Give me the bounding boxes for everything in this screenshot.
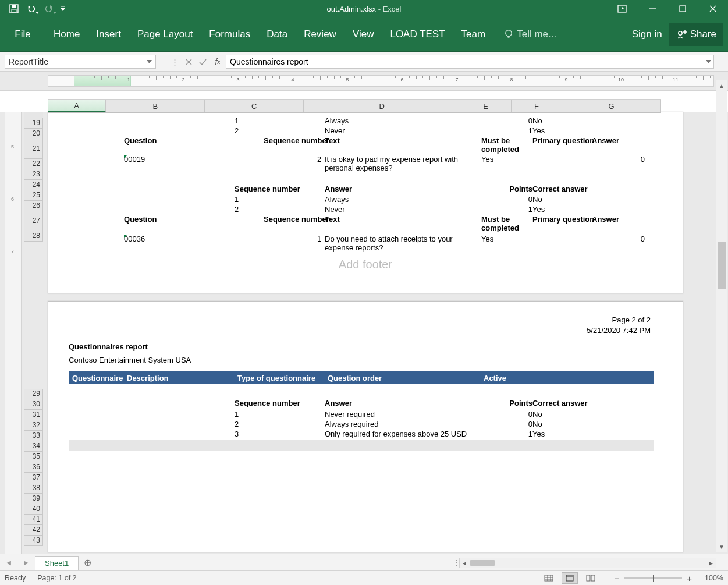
row-header-33[interactable]: 33 (24, 431, 43, 441)
ribbon-display-button[interactable] (607, 0, 637, 17)
cell[interactable]: Correct answer (532, 185, 588, 193)
cell[interactable]: Always (325, 116, 349, 125)
column-header-E[interactable]: E (460, 100, 511, 112)
cell[interactable]: 1 (235, 195, 239, 204)
cell[interactable]: Never required (325, 410, 375, 419)
col-hdr[interactable]: Questionnaire (72, 374, 127, 382)
cell[interactable]: Yes (532, 430, 545, 438)
cell[interactable]: Answer (325, 185, 352, 193)
tab-nav-next-button[interactable]: ► (17, 558, 35, 567)
cell[interactable]: Yes (481, 155, 493, 164)
row-header-43[interactable]: 43 (24, 536, 43, 546)
tab-view[interactable]: View (345, 17, 382, 51)
scroll-right-button[interactable]: ► (706, 560, 716, 566)
row-header-19[interactable]: 19 (24, 118, 43, 129)
cell[interactable]: 1 (528, 126, 532, 135)
cell[interactable]: 0 (641, 235, 645, 243)
cell[interactable]: Yes (481, 235, 493, 243)
footer-placeholder[interactable]: Add footer (48, 258, 683, 271)
column-header-G[interactable]: G (562, 100, 661, 112)
name-box[interactable]: ReportTitle (5, 55, 156, 69)
cell[interactable]: Answer (592, 215, 619, 224)
save-button[interactable] (6, 2, 22, 16)
scroll-up-button[interactable]: ▲ (716, 80, 727, 91)
maximize-button[interactable] (667, 0, 698, 17)
row-header-27[interactable]: 27 (24, 211, 43, 231)
cell[interactable]: 1 (528, 430, 532, 438)
horizontal-ruler[interactable]: 123456789101112 (48, 75, 714, 87)
cell[interactable]: Always required (325, 420, 379, 428)
formula-bar[interactable]: Questionnaires report (226, 55, 714, 69)
normal-view-button[interactable] (541, 572, 557, 584)
vertical-scrollbar[interactable]: ▲ ▼ (716, 80, 727, 552)
row-header-28[interactable]: 28 (24, 231, 43, 242)
cell[interactable]: No (532, 116, 542, 125)
row-header-25[interactable]: 25 (24, 190, 43, 201)
cell[interactable]: 0 (528, 116, 532, 125)
zoom-in-button[interactable]: + (687, 573, 692, 583)
cell[interactable]: Points (509, 185, 532, 193)
cell[interactable]: Correct answer (532, 399, 588, 407)
cell[interactable]: Do you need to attach receipts to your e… (325, 235, 464, 252)
cell[interactable]: 3 (235, 430, 239, 438)
row-header-30[interactable]: 30 (24, 399, 43, 410)
row-header-24[interactable]: 24 (24, 180, 43, 190)
row-header-20[interactable]: 20 (24, 129, 43, 139)
tell-me-box[interactable]: Tell me... (504, 29, 556, 40)
cell[interactable]: Primary question (532, 215, 594, 224)
vertical-ruler[interactable]: 5 6 7 (5, 112, 22, 554)
cell[interactable]: Text (325, 136, 340, 145)
row-header-40[interactable]: 40 (24, 504, 43, 515)
cell[interactable]: 1 (317, 235, 321, 243)
tab-insert[interactable]: Insert (88, 17, 129, 51)
col-hdr[interactable]: Active (484, 374, 506, 382)
cell[interactable]: No (532, 195, 542, 204)
cell[interactable]: Sequence number (235, 185, 300, 193)
cell[interactable]: Never (325, 126, 345, 135)
sheet-tab-sheet1[interactable]: Sheet1 (35, 556, 79, 571)
hscroll-thumb[interactable] (470, 560, 495, 566)
cell[interactable]: It is okay to pad my expense report with… (325, 155, 464, 172)
expand-formula-bar-icon[interactable] (706, 60, 711, 63)
cell[interactable]: 0 (528, 420, 532, 428)
cell[interactable]: Sequence number (264, 215, 329, 224)
new-sheet-button[interactable]: ⊕ (79, 557, 96, 568)
row-header-29[interactable]: 29 (24, 389, 43, 399)
cell[interactable]: Yes (532, 205, 545, 214)
tab-formulas[interactable]: Formulas (201, 17, 258, 51)
scroll-down-button[interactable]: ▼ (716, 541, 727, 552)
cell[interactable]: Always (325, 195, 349, 204)
cell[interactable]: Never (325, 205, 345, 214)
cell[interactable]: Question (124, 215, 157, 224)
tab-review[interactable]: Review (296, 17, 345, 51)
column-header-C[interactable]: C (205, 100, 304, 112)
minimize-button[interactable] (637, 0, 667, 17)
fx-button[interactable]: fx (209, 57, 226, 66)
cell[interactable]: 0 (528, 195, 532, 204)
cell[interactable]: 00036 (124, 235, 145, 243)
zoom-level[interactable]: 100% (697, 574, 723, 582)
col-hdr[interactable]: Question order (328, 374, 484, 382)
cell[interactable]: Must be completed (481, 215, 528, 232)
tab-page-layout[interactable]: Page Layout (129, 17, 201, 51)
file-tab[interactable]: File (0, 29, 45, 40)
enter-formula-button[interactable] (196, 59, 209, 65)
row-header-22[interactable]: 22 (24, 159, 43, 169)
qat-customize-button[interactable] (58, 2, 68, 16)
column-header-D[interactable]: D (304, 100, 460, 112)
cancel-formula-button[interactable] (182, 59, 196, 65)
horizontal-scrollbar[interactable]: ◄ ► (459, 558, 716, 568)
page-break-view-button[interactable] (583, 572, 599, 584)
row-header-36[interactable]: 36 (24, 462, 43, 473)
undo-button[interactable] (23, 2, 40, 16)
row-header-39[interactable]: 39 (24, 494, 43, 504)
tab-home[interactable]: Home (45, 17, 88, 51)
cell[interactable]: Answer (592, 136, 619, 145)
vscroll-thumb[interactable] (718, 242, 726, 289)
column-header-A[interactable]: A (48, 100, 106, 112)
cell[interactable]: 0 (641, 155, 645, 164)
cell[interactable]: 1 (528, 205, 532, 214)
cell[interactable]: No (532, 410, 542, 419)
col-hdr[interactable]: Description (127, 374, 237, 382)
row-header-41[interactable]: 41 (24, 515, 43, 525)
